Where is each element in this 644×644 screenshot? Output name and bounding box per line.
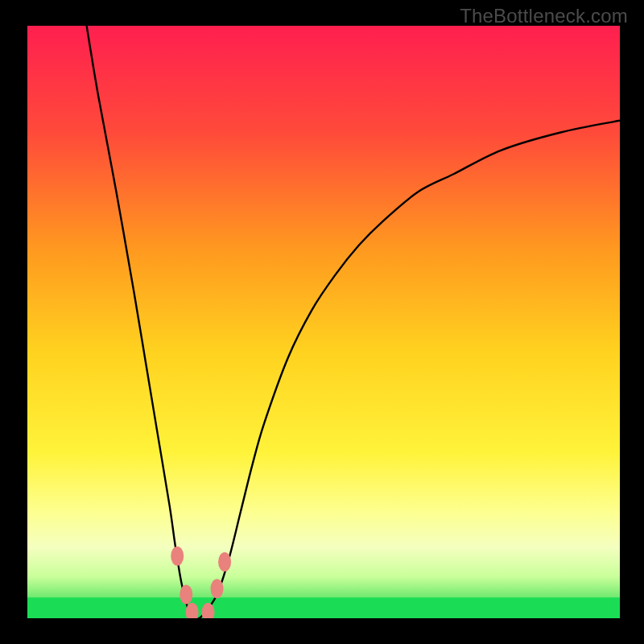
gradient-background — [27, 26, 620, 618]
plot-area — [27, 26, 620, 618]
chart-frame: TheBottleneck.com — [0, 0, 644, 644]
marker-right-lower — [211, 579, 224, 598]
green-band — [27, 597, 620, 618]
marker-left-lower — [180, 585, 192, 605]
marker-left-upper — [171, 547, 184, 566]
attribution-label: TheBottleneck.com — [460, 5, 628, 27]
marker-right-upper — [218, 552, 231, 572]
chart-svg — [27, 26, 620, 618]
